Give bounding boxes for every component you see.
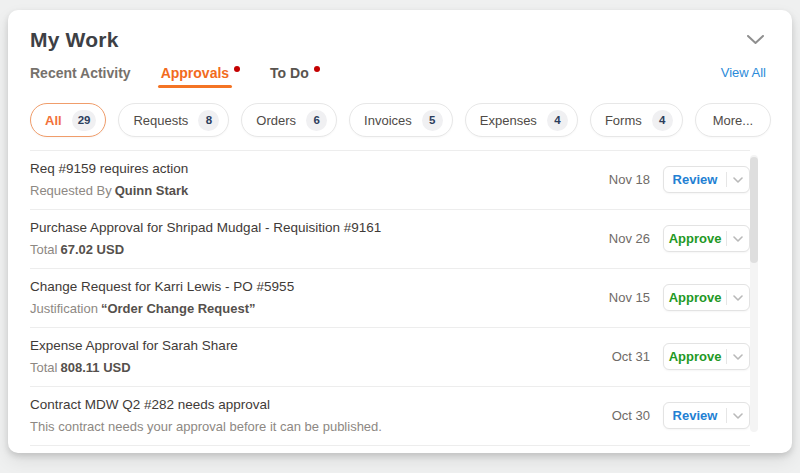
approval-row: Contract MDW Q2 #282 needs approval This…	[30, 387, 750, 446]
row-subtitle: Total808.11 USD	[30, 360, 612, 376]
count-badge: 4	[547, 110, 568, 131]
row-date: Oct 31	[612, 349, 650, 364]
pill-label: Orders	[256, 113, 296, 128]
filter-pill-forms[interactable]: Forms 4	[590, 103, 683, 137]
row-date: Nov 18	[609, 172, 650, 187]
review-button[interactable]: Review	[663, 166, 750, 193]
row-title: Change Request for Karri Lewis - PO #595…	[30, 278, 609, 295]
action-label: Approve	[664, 231, 726, 246]
row-title: Contract MDW Q2 #282 needs approval	[30, 396, 612, 413]
tab-recent-activity[interactable]: Recent Activity	[30, 65, 131, 89]
approval-row: Change Request for Karri Lewis - PO #595…	[30, 269, 750, 328]
tab-label: Recent Activity	[30, 65, 131, 89]
chevron-down-icon[interactable]	[727, 177, 749, 183]
approval-row: Expense Approval for Sarah Share Total80…	[30, 328, 750, 387]
alert-dot-icon	[314, 66, 320, 72]
tabs-row: Recent Activity Approvals To Do View All	[8, 65, 792, 89]
action-label: Approve	[664, 290, 726, 305]
tab-label: To Do	[270, 65, 309, 89]
filter-pill-more[interactable]: More...	[695, 103, 771, 137]
chevron-down-icon[interactable]	[727, 236, 749, 242]
row-date: Nov 26	[609, 231, 650, 246]
count-badge: 5	[422, 110, 443, 131]
card-header: My Work	[8, 28, 792, 52]
pill-label: Invoices	[364, 113, 412, 128]
pill-label: All	[45, 113, 62, 128]
filter-pill-requests[interactable]: Requests 8	[118, 103, 229, 137]
row-subtitle: Total67.02 USD	[30, 242, 609, 258]
chevron-down-icon[interactable]	[747, 35, 764, 45]
row-date: Nov 15	[609, 290, 650, 305]
tab-label: Approvals	[161, 65, 229, 89]
row-title: Req #9159 requires action	[30, 160, 609, 177]
review-button[interactable]: Review	[663, 402, 750, 429]
approve-button[interactable]: Approve	[663, 343, 750, 370]
filter-pills-row: All 29 Requests 8 Orders 6 Invoices 5 Ex…	[8, 103, 792, 137]
action-label: Review	[664, 172, 726, 187]
pill-label: Requests	[133, 113, 188, 128]
view-all-link[interactable]: View All	[721, 65, 766, 88]
count-badge: 29	[72, 110, 97, 131]
approvals-list: Req #9159 requires action Requested ByQu…	[8, 150, 792, 446]
pill-label: More...	[713, 113, 753, 128]
count-badge: 6	[306, 110, 327, 131]
my-work-card: My Work Recent Activity Approvals To Do …	[8, 10, 792, 453]
filter-pill-invoices[interactable]: Invoices 5	[349, 103, 453, 137]
filter-pill-all[interactable]: All 29	[30, 103, 106, 137]
page-title: My Work	[30, 28, 119, 52]
alert-dot-icon	[234, 66, 240, 72]
chevron-down-icon[interactable]	[727, 295, 749, 301]
row-title: Expense Approval for Sarah Share	[30, 337, 612, 354]
row-subtitle: Requested ByQuinn Stark	[30, 183, 609, 199]
pill-label: Forms	[605, 113, 642, 128]
row-subtitle: Justification“Order Change Request”	[30, 301, 609, 317]
count-badge: 8	[198, 110, 219, 131]
approve-button[interactable]: Approve	[663, 284, 750, 311]
row-title: Purchase Approval for Shripad Mudgal - R…	[30, 219, 609, 236]
count-badge: 4	[652, 110, 673, 131]
scrollbar-thumb[interactable]	[750, 157, 758, 263]
tab-to-do[interactable]: To Do	[270, 65, 320, 89]
chevron-down-icon[interactable]	[727, 354, 749, 360]
approve-button[interactable]: Approve	[663, 225, 750, 252]
chevron-down-icon[interactable]	[727, 413, 749, 419]
action-label: Review	[664, 408, 726, 423]
scrollbar[interactable]	[750, 155, 758, 432]
action-label: Approve	[664, 349, 726, 364]
filter-pill-expenses[interactable]: Expenses 4	[465, 103, 578, 137]
row-date: Oct 30	[612, 408, 650, 423]
tab-approvals[interactable]: Approvals	[161, 65, 240, 89]
row-subtitle: This contract needs your approval before…	[30, 419, 612, 435]
approval-row: Req #9159 requires action Requested ByQu…	[30, 151, 750, 210]
filter-pill-orders[interactable]: Orders 6	[241, 103, 337, 137]
pill-label: Expenses	[480, 113, 537, 128]
approval-row: Purchase Approval for Shripad Mudgal - R…	[30, 210, 750, 269]
